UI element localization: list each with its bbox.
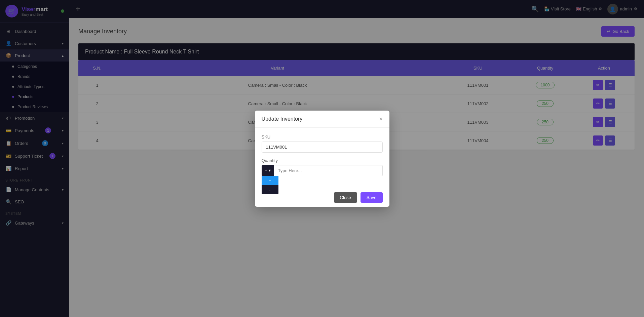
main-area: ✛ 🔍 🏪 Visit Store 🇬🇧 English ⚙ 👤 admin ⚙… [69,0,644,317]
modal-body: SKU Quantity + ▾ + - [255,128,389,188]
close-modal-button[interactable]: Close [334,192,357,203]
quantity-field-group: Quantity + ▾ + - [262,158,383,176]
quantity-input[interactable] [274,165,383,176]
dropdown-minus-item[interactable]: - [262,185,278,194]
update-inventory-modal: Update Inventory × SKU Quantity + ▾ [255,111,389,207]
modal-close-button[interactable]: × [379,116,383,122]
page-content: Manage Inventory ↩ Go Back Product Name … [69,18,644,317]
quantity-toggle-button[interactable]: + ▾ + - [262,165,274,176]
quantity-label: Quantity [262,158,383,163]
chevron-down-icon: ▾ [269,168,271,173]
plus-label: + [265,168,267,173]
sku-input[interactable] [262,142,383,153]
quantity-dropdown: + - [262,176,278,194]
modal-title: Update Inventory [262,116,303,122]
sku-field-group: SKU [262,134,383,153]
modal-overlay: Update Inventory × SKU Quantity + ▾ [69,18,644,317]
dropdown-plus-item[interactable]: + [262,176,278,185]
modal-header: Update Inventory × [255,111,389,128]
sku-label: SKU [262,134,383,140]
quantity-input-group: + ▾ + - [262,165,383,176]
save-button[interactable]: Save [361,192,383,203]
